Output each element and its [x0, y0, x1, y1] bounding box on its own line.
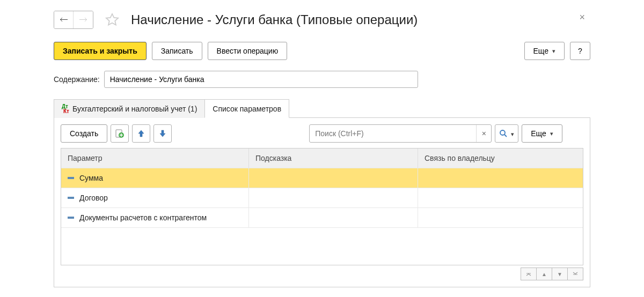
tab-accounting[interactable]: ДтКт Бухгалтерский и налоговый учет (1) [54, 99, 205, 118]
tab-params[interactable]: Список параметров [204, 99, 289, 118]
move-down-button[interactable] [153, 124, 172, 143]
help-button[interactable]: ? [570, 42, 590, 60]
params-table: Параметр Подсказка Связь по владельцу Су… [61, 148, 583, 265]
create-button[interactable]: Создать [61, 124, 107, 143]
table-empty-space [61, 227, 583, 265]
back-button[interactable] [54, 11, 74, 28]
row-icon [68, 177, 74, 179]
content-label: Содержание: [54, 75, 100, 84]
favorite-star-icon[interactable] [103, 11, 121, 29]
move-up-button[interactable] [132, 124, 150, 143]
table-row[interactable]: Договор [61, 188, 583, 207]
svg-line-3 [504, 135, 507, 137]
scroll-bottom-icon [573, 271, 578, 277]
dtkt-icon: ДтКт [62, 104, 69, 114]
save-button[interactable]: Записать [152, 42, 202, 60]
page-title: Начисление - Услуги банка (Типовые опера… [131, 12, 418, 27]
content-input[interactable] [104, 71, 418, 88]
enter-operation-button[interactable]: Ввести операцию [208, 42, 288, 60]
cell-param: Документы расчетов с контрагентом [79, 213, 207, 222]
header-link[interactable]: Связь по владельцу [418, 148, 583, 168]
row-icon [68, 197, 74, 199]
scroll-top-icon [526, 271, 531, 277]
nav-history [54, 11, 93, 29]
scroll-down-button[interactable]: ▼ [552, 268, 568, 280]
save-and-close-button[interactable]: Записать и закрыть [54, 42, 147, 60]
panel-more-button[interactable]: Еще [522, 124, 562, 143]
cell-param: Сумма [79, 174, 103, 182]
row-icon [68, 217, 74, 219]
search-clear-button[interactable]: × [476, 125, 491, 142]
search-box: × [309, 124, 492, 143]
more-button[interactable]: Еще [524, 42, 565, 60]
close-button[interactable]: × [579, 12, 585, 23]
scroll-top-button[interactable] [521, 268, 537, 280]
scroll-bottom-button[interactable] [567, 268, 583, 280]
table-row[interactable]: Сумма [61, 168, 583, 188]
table-row[interactable]: Документы расчетов с контрагентом [61, 207, 583, 227]
arrow-left-icon [60, 15, 68, 25]
arrow-down-icon [158, 129, 167, 138]
forward-button[interactable] [74, 11, 93, 28]
chevron-down-icon [509, 129, 514, 138]
add-copy-button[interactable] [111, 124, 129, 143]
svg-point-2 [500, 130, 505, 135]
search-options-button[interactable] [495, 124, 518, 143]
add-copy-icon [115, 129, 125, 138]
search-icon [499, 129, 508, 138]
header-hint[interactable]: Подсказка [249, 148, 418, 168]
search-input[interactable] [310, 129, 476, 138]
tab-params-label: Список параметров [213, 105, 281, 113]
header-param[interactable]: Параметр [61, 148, 249, 168]
cell-param: Договор [79, 194, 108, 202]
scroll-up-button[interactable]: ▲ [536, 268, 552, 280]
arrow-up-icon [137, 129, 145, 138]
arrow-right-icon [79, 15, 87, 25]
tab-accounting-label: Бухгалтерский и налоговый учет (1) [72, 105, 197, 113]
